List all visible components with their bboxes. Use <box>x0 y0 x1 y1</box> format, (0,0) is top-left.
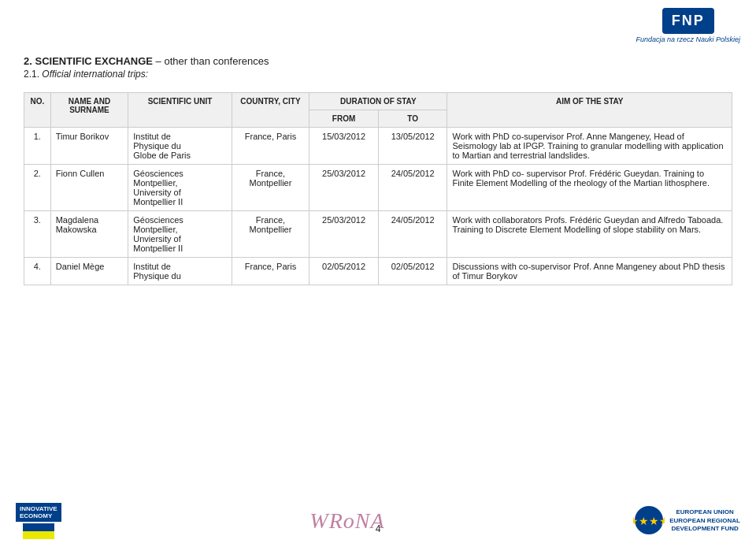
row1-aim: Work with PhD co-supervisor Prof. Anne M… <box>447 128 732 165</box>
col-header-aim: AIM OF THE STAY <box>447 93 732 128</box>
table-row: 1. Timur Borikov Institut dePhysique duG… <box>24 128 732 165</box>
col-header-to: TO <box>378 110 447 128</box>
svg-rect-0 <box>23 523 54 531</box>
col-header-unit: SCIENTIFIC UNIT <box>128 93 232 128</box>
eu-logo: ★★★★★★★★★★★★ EUROPEAN UNION EUROPEAN REG… <box>633 504 740 538</box>
row3-from: 25/03/2012 <box>309 211 379 258</box>
row3-no: 3. <box>24 211 51 258</box>
row4-name: Daniel Mège <box>50 258 128 285</box>
eu-text: EUROPEAN UNION EUROPEAN REGIONAL DEVELOP… <box>669 508 740 533</box>
ie-logo-icon <box>23 523 54 539</box>
table-row: 2. Fionn Cullen GéosciencesMontpellier,U… <box>24 165 732 211</box>
row2-country: France,Montpellier <box>232 165 309 211</box>
footer-signature: WRoNA <box>309 508 384 534</box>
row3-aim: Work with collaborators Profs. Frédéric … <box>447 211 732 258</box>
page-number: 4 <box>376 523 381 534</box>
row3-name: MagdalenaMakowska <box>50 211 128 258</box>
table-row: 3. MagdalenaMakowska GéosciencesMontpell… <box>24 211 732 258</box>
col-header-duration: DURATION OF STAY <box>309 93 447 110</box>
row2-aim: Work with PhD co- supervisor Prof. Frédé… <box>447 165 732 211</box>
row1-unit: Institut dePhysique duGlobe de Paris <box>128 128 232 165</box>
svg-rect-1 <box>23 531 54 539</box>
eu-stars: ★★★★★★★★★★★★ <box>633 504 665 538</box>
col-header-name: NAME AND SURNAME <box>50 93 128 128</box>
row4-aim: Discussions with co-supervisor Prof. Ann… <box>447 258 732 285</box>
row2-unit: GéosciencesMontpellier,University ofMont… <box>128 165 232 211</box>
row3-country: France,Montpellier <box>232 211 309 258</box>
fnp-logo: FNP Fundacja na rzecz Nauki Polskiej <box>636 8 740 43</box>
section-title: 2. SCIENTIFIC EXCHANGE – other than conf… <box>24 55 732 67</box>
row1-name: Timur Borikov <box>50 128 128 165</box>
ie-label: INNOVATIVEECONOMY <box>16 503 61 522</box>
svg-text:★★★★★★★★★★★★: ★★★★★★★★★★★★ <box>633 515 665 527</box>
logo-tagline: Fundacja na rzecz Nauki Polskiej <box>636 35 740 43</box>
row3-to: 24/05/2012 <box>378 211 447 258</box>
ie-logo: INNOVATIVEECONOMY <box>16 503 61 539</box>
row2-no: 2. <box>24 165 51 211</box>
row3-unit: GéosciencesMontpellier,Unviersity ofMont… <box>128 211 232 258</box>
col-header-country: COUNTRY, CITY <box>232 93 309 128</box>
row2-from: 25/03/2012 <box>309 165 379 211</box>
row4-no: 4. <box>24 258 51 285</box>
logo-abbr: FNP <box>662 8 714 34</box>
row4-from: 02/05/2012 <box>309 258 379 285</box>
row1-to: 13/05/2012 <box>378 128 447 165</box>
col-header-no: NO. <box>24 93 51 128</box>
row4-unit: Institut dePhysique du <box>128 258 232 285</box>
row1-from: 15/03/2012 <box>309 128 379 165</box>
row4-country: France, Paris <box>232 258 309 285</box>
row2-to: 24/05/2012 <box>378 165 447 211</box>
row1-country: France, Paris <box>232 128 309 165</box>
sub-title: 2.1. Official international trips: <box>24 69 732 80</box>
row2-name: Fionn Cullen <box>50 165 128 211</box>
col-header-from: FROM <box>309 110 379 128</box>
row1-no: 1. <box>24 128 51 165</box>
row4-to: 02/05/2012 <box>378 258 447 285</box>
table-row: 4. Daniel Mège Institut dePhysique du Fr… <box>24 258 732 285</box>
trips-table: NO. NAME AND SURNAME SCIENTIFIC UNIT COU… <box>24 92 732 285</box>
